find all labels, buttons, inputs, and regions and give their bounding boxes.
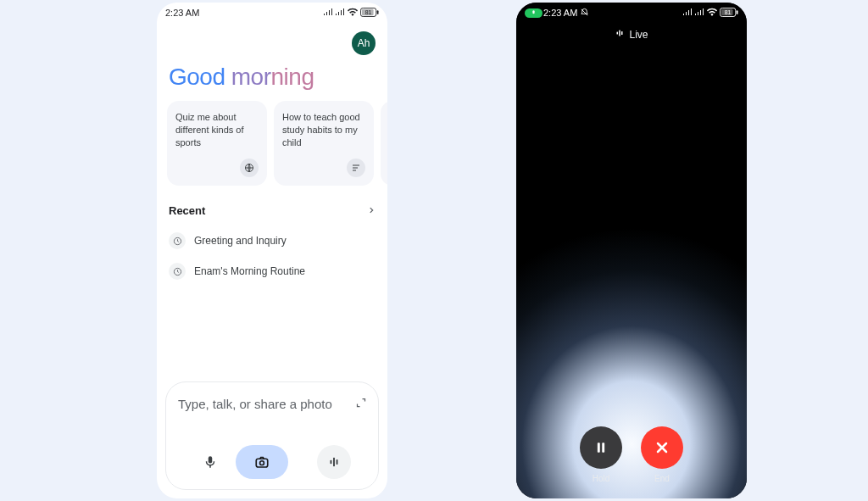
svg-rect-3 <box>377 10 379 14</box>
svg-rect-22 <box>620 31 621 36</box>
suggestion-card[interactable]: How to teach good study habits to my chi… <box>274 101 374 186</box>
live-background <box>516 3 747 498</box>
active-call-pill[interactable] <box>525 8 542 18</box>
signal-icon <box>323 8 333 18</box>
battery-icon: 81 <box>360 8 379 19</box>
recent-item-label: Greeting and Inquiry <box>194 235 287 247</box>
status-bar: 2:23 AM 81 <box>157 3 387 23</box>
recent-item[interactable]: Greeting and Inquiry <box>162 225 382 256</box>
svg-rect-19 <box>737 10 738 14</box>
waveform-icon <box>615 28 625 41</box>
sports-icon <box>240 159 259 177</box>
end-button[interactable] <box>641 426 683 469</box>
live-label-text: Live <box>629 29 648 41</box>
suggestion-card[interactable]: Qu str <box>381 101 387 186</box>
live-indicator: Live <box>516 28 747 41</box>
svg-rect-21 <box>617 32 619 35</box>
phone-live-screen: 2:23 AM 81 Live Hold End <box>516 3 747 498</box>
suggestion-cards: Quiz me about different kinds of sports … <box>157 101 387 199</box>
history-icon <box>169 232 186 249</box>
svg-text:81: 81 <box>365 9 372 15</box>
signal-icon-2 <box>694 8 704 18</box>
signal-icon <box>682 8 693 18</box>
hold-label: Hold <box>593 474 610 483</box>
expand-icon[interactable] <box>356 396 366 411</box>
suggestion-text: Quiz me about different kinds of sports <box>175 112 244 148</box>
chevron-right-icon <box>367 204 376 217</box>
svg-point-12 <box>260 461 264 465</box>
svg-rect-13 <box>331 460 332 465</box>
recent-list: Greeting and Inquiry Enam's Morning Rout… <box>157 222 387 290</box>
mic-button[interactable] <box>193 445 227 479</box>
svg-rect-14 <box>333 458 335 467</box>
live-controls: Hold End <box>516 426 747 483</box>
svg-rect-8 <box>353 170 356 171</box>
wifi-icon <box>347 8 359 18</box>
hold-button[interactable] <box>580 426 622 469</box>
status-time: 2:23 AM <box>543 8 577 18</box>
end-label: End <box>654 474 670 483</box>
battery-icon: 81 <box>720 8 738 19</box>
input-placeholder: Type, talk, or share a photo <box>178 397 332 411</box>
svg-rect-15 <box>337 459 338 465</box>
svg-rect-24 <box>598 443 600 453</box>
recent-item[interactable]: Enam's Morning Routine <box>162 256 382 287</box>
input-panel[interactable]: Type, talk, or share a photo <box>165 381 379 490</box>
svg-text:81: 81 <box>725 9 732 15</box>
dnd-icon <box>580 8 589 19</box>
camera-button[interactable] <box>236 445 288 479</box>
status-bar: 2:23 AM 81 <box>516 3 747 23</box>
header-row: Ah <box>157 23 387 58</box>
svg-rect-6 <box>353 165 359 166</box>
wifi-icon <box>706 8 718 18</box>
notes-icon <box>347 159 365 177</box>
svg-rect-7 <box>353 168 358 169</box>
svg-rect-11 <box>256 459 268 467</box>
recent-item-label: Enam's Morning Routine <box>194 265 305 277</box>
svg-rect-23 <box>621 31 623 35</box>
suggestion-card[interactable]: Quiz me about different kinds of sports <box>167 101 267 186</box>
svg-rect-25 <box>602 443 604 453</box>
status-time: 2:23 AM <box>165 8 199 18</box>
suggestion-text: How to teach good study habits to my chi… <box>282 112 360 148</box>
live-button[interactable] <box>317 445 351 479</box>
greeting-text: Good morning <box>157 58 387 101</box>
avatar[interactable]: Ah <box>352 31 376 55</box>
phone-home-screen: 2:23 AM 81 Ah Good morning Quiz me about… <box>157 3 387 498</box>
recent-title: Recent <box>169 204 205 217</box>
signal-icon-2 <box>335 8 345 18</box>
recent-header[interactable]: Recent <box>157 199 387 222</box>
history-icon <box>169 263 186 280</box>
